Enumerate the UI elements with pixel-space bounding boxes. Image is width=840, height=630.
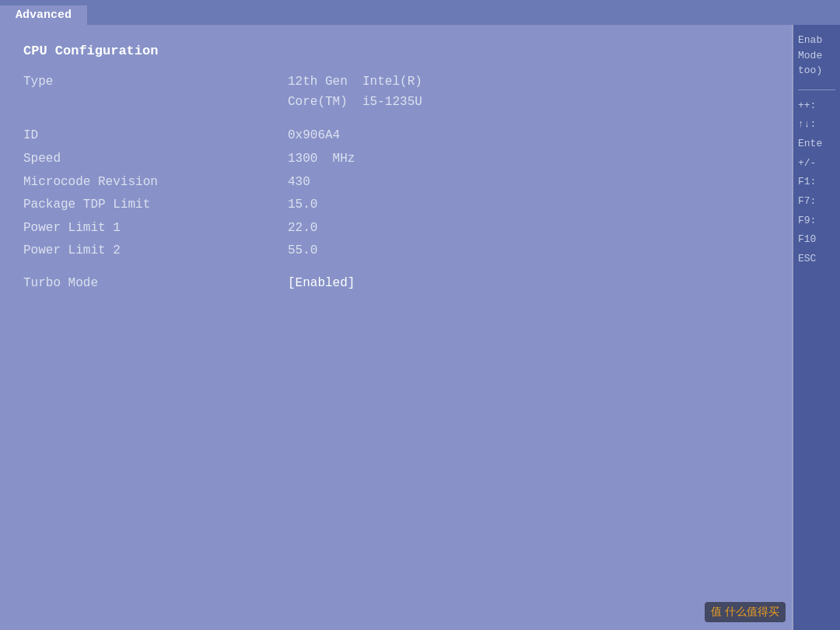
turbo-row[interactable]: Turbo Mode [Enabled]	[23, 274, 768, 294]
bios-screen: Advanced CPU Configuration Type 12th Gen…	[0, 0, 840, 630]
key-f10: F10	[798, 230, 835, 250]
sidebar-keys: ++: ↑↓: Ente +/- F1: F7: F9: F10 ESC	[798, 96, 835, 269]
config-table: Type 12th Gen Intel(R)Core(TM) i5-1235U …	[23, 72, 768, 261]
watermark: 值 什么值得买	[705, 602, 786, 622]
label-type: Type	[23, 72, 288, 112]
sidebar-divider	[798, 89, 835, 90]
label-pl1: Power Limit 1	[23, 219, 288, 239]
table-row: Power Limit 1 22.0	[23, 219, 768, 239]
value-id: 0x906A4	[288, 126, 768, 146]
table-row: Microcode Revision 430	[23, 173, 768, 193]
key-esc: ESC	[798, 250, 835, 269]
table-row: ID 0x906A4	[23, 126, 768, 146]
value-turbo: [Enabled]	[288, 274, 355, 294]
label-speed: Speed	[23, 149, 288, 170]
key-f9: F9:	[798, 212, 835, 231]
key-plusminus: +/-	[798, 154, 835, 173]
section-title: CPU Configuration	[23, 40, 768, 61]
label-pl2: Power Limit 2	[23, 241, 288, 261]
label-id: ID	[23, 126, 288, 146]
value-type: 12th Gen Intel(R)Core(TM) i5-1235U	[288, 72, 768, 112]
key-navigate: ++:	[798, 96, 835, 116]
key-enter: Ente	[798, 135, 835, 154]
label-turbo: Turbo Mode	[23, 274, 288, 294]
right-sidebar: EnabModetoo) ++: ↑↓: Ente +/- F1: F7: F9…	[792, 25, 840, 630]
table-row-blank	[23, 115, 768, 123]
tab-bar: Advanced	[0, 0, 840, 25]
value-speed: 1300 MHz	[288, 149, 768, 170]
value-pl1: 22.0	[288, 219, 768, 239]
key-f7: F7:	[798, 192, 835, 212]
key-updown: ↑↓:	[798, 115, 835, 135]
center-panel: CPU Configuration Type 12th Gen Intel(R)…	[0, 25, 792, 630]
table-row: Type 12th Gen Intel(R)Core(TM) i5-1235U	[23, 72, 768, 112]
tab-advanced[interactable]: Advanced	[0, 5, 87, 25]
label-microcode: Microcode Revision	[23, 173, 288, 193]
key-f1: F1:	[798, 173, 835, 192]
value-pl2: 55.0	[288, 241, 768, 261]
main-content: CPU Configuration Type 12th Gen Intel(R)…	[0, 25, 840, 630]
sidebar-help-text: EnabModetoo)	[798, 33, 835, 79]
table-row: Speed 1300 MHz	[23, 149, 768, 170]
label-tdp: Package TDP Limit	[23, 195, 288, 215]
table-row: Package TDP Limit 15.0	[23, 195, 768, 215]
table-row: Power Limit 2 55.0	[23, 241, 768, 261]
value-microcode: 430	[288, 173, 768, 193]
value-tdp: 15.0	[288, 195, 768, 215]
